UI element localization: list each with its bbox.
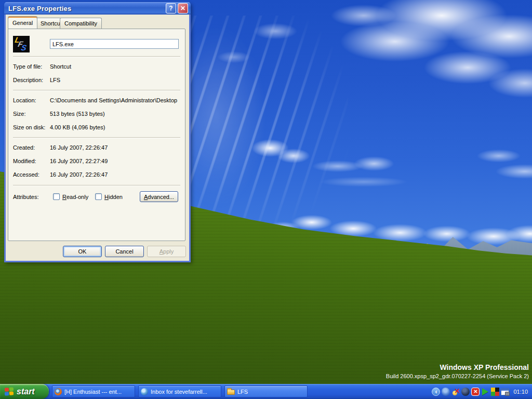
field-label: Modified: <box>13 158 36 164</box>
field-label: Description: <box>13 77 43 83</box>
field-label: Created: <box>13 144 35 151</box>
green-play-icon[interactable] <box>481 388 489 396</box>
attributes-label: Attributes: <box>13 194 39 200</box>
field-label: Size: <box>13 111 25 117</box>
field-value: 16 July 2007, 22:26:47 <box>50 171 108 178</box>
dark-globe-icon[interactable] <box>461 388 470 396</box>
folder-icon <box>227 390 235 395</box>
chevron-left-icon[interactable]: ‹ <box>432 388 440 396</box>
read-only-label: Read-only <box>62 194 88 200</box>
field-value: 16 July 2007, 22:27:49 <box>50 158 108 164</box>
field-row: Type of file: Shortcut <box>8 63 185 71</box>
taskbar-item-label: LFS <box>237 389 248 395</box>
alert-bell-icon[interactable] <box>451 388 460 396</box>
winver-watermark: Windows XP Professional Build 2600.xpsp_… <box>386 363 529 380</box>
stop-x-icon[interactable]: ✕ <box>471 388 480 396</box>
separator <box>13 137 180 138</box>
color-quadrants-icon[interactable] <box>491 388 499 396</box>
general-tab-page: L F S Type of file: Shortcut Description… <box>8 29 185 241</box>
filename-input[interactable] <box>50 39 179 49</box>
field-row: Location: C:\Documents and Settings\Admi… <box>8 97 185 104</box>
desktop-root: { "window": { "title": "LFS.exe Properti… <box>0 0 532 399</box>
field-value: Shortcut <box>50 63 71 70</box>
lfs-app-icon: L F S <box>13 36 30 52</box>
firefox-icon <box>55 388 62 395</box>
taskbar: start [H] Enthusiast --- ent... Inbox fo… <box>0 384 532 399</box>
tab-general[interactable]: General <box>8 16 37 29</box>
field-value: 16 July 2007, 22:26:47 <box>50 144 108 151</box>
winver-edition: Windows XP Professional <box>386 363 529 373</box>
dialog-body: General Shortcut Compatibility L F S Typ… <box>4 15 191 262</box>
mail-icon <box>141 388 148 395</box>
field-row: Created: 16 July 2007, 22:26:47 <box>8 144 185 152</box>
separator <box>13 185 180 186</box>
field-row: Description: LFS <box>8 77 185 84</box>
system-tray: ‹ ✕ 01:10 <box>430 384 532 399</box>
taskbar-item-label: Inbox for stevefarrell... <box>151 389 207 395</box>
taskbar-item-label: [H] Enthusiast --- ent... <box>64 389 122 395</box>
ok-button[interactable]: OK <box>63 246 102 257</box>
field-label: Location: <box>13 97 36 103</box>
start-button-label: start <box>17 387 35 396</box>
field-row: Size: 513 bytes (513 bytes) <box>8 111 185 118</box>
field-label: Type of file: <box>13 63 42 70</box>
field-label: Accessed: <box>13 171 39 178</box>
field-row: Modified: 16 July 2007, 22:27:49 <box>8 158 185 165</box>
separator <box>13 90 180 91</box>
hidden-label: Hidden <box>104 194 123 200</box>
hidden-checkbox[interactable] <box>95 193 102 200</box>
app-icon[interactable] <box>442 388 450 396</box>
taskbar-item-lfs-folder[interactable]: LFS <box>224 385 308 397</box>
close-button[interactable]: ✕ <box>178 3 188 14</box>
field-value: C:\Documents and Settings\Administrator\… <box>50 97 177 103</box>
winver-build: Build 2600.xpsp_sp2_gdr.070227-2254 (Ser… <box>386 373 529 380</box>
separator <box>13 56 180 57</box>
field-row: Accessed: 16 July 2007, 22:26:47 <box>8 171 185 179</box>
windows-flag-icon <box>5 387 14 396</box>
taskbar-item-firefox[interactable]: [H] Enthusiast --- ent... <box>52 385 135 397</box>
security-lock-icon[interactable] <box>501 389 509 395</box>
field-value: LFS <box>50 77 60 83</box>
dialog-title: LFS.exe Properties <box>8 5 164 12</box>
help-button[interactable]: ? <box>166 3 176 14</box>
properties-dialog: LFS.exe Properties ? ✕ General Shortcut … <box>4 2 191 262</box>
taskbar-item-inbox[interactable]: Inbox for stevefarrell... <box>138 385 221 397</box>
tab-compatibility[interactable]: Compatibility <box>60 18 102 29</box>
field-value: 513 bytes (513 bytes) <box>50 111 105 117</box>
start-button[interactable]: start <box>0 384 49 399</box>
field-value: 4.00 KB (4,096 bytes) <box>50 124 105 130</box>
advanced-button[interactable]: Advanced... <box>140 191 178 202</box>
tray-clock[interactable]: 01:10 <box>513 389 528 395</box>
read-only-checkbox[interactable] <box>53 193 60 200</box>
lfs-logo-letter: S <box>20 43 28 52</box>
apply-button[interactable]: Apply <box>147 246 186 257</box>
cancel-button[interactable]: Cancel <box>105 246 144 257</box>
field-row: Size on disk: 4.00 KB (4,096 bytes) <box>8 124 185 131</box>
dialog-button-row: OK Cancel Apply <box>63 246 186 257</box>
field-label: Size on disk: <box>13 124 45 130</box>
dialog-titlebar[interactable]: LFS.exe Properties ? ✕ <box>4 2 191 15</box>
